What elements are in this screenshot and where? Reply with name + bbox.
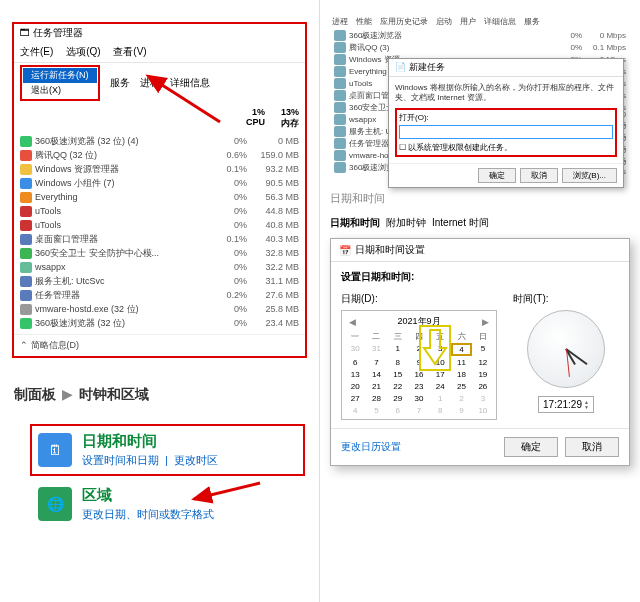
admin-checkbox[interactable]: ☐ 以系统管理权限创建此任务。: [399, 142, 613, 153]
time-label: 时间(T):: [513, 292, 549, 306]
calendar-day[interactable]: 5: [473, 343, 493, 356]
table-row[interactable]: wsappx0%32.2 MB: [14, 260, 305, 274]
cancel-button[interactable]: 取消: [565, 437, 619, 457]
menu-file[interactable]: 文件(E): [20, 46, 53, 57]
browse-button[interactable]: 浏览(B)...: [562, 168, 617, 183]
table-row[interactable]: Windows 资源管理器0.1%93.2 MB: [14, 162, 305, 176]
ok-button[interactable]: 确定: [478, 168, 516, 183]
calendar-day[interactable]: 6: [345, 357, 365, 368]
item-sublinks[interactable]: 设置时间和日期|更改时区: [82, 453, 224, 468]
calendar-day[interactable]: 15: [388, 369, 408, 380]
table-row[interactable]: 360极速浏览器 (32 位)0%23.4 MB: [14, 316, 305, 330]
calendar-day[interactable]: 21: [366, 381, 386, 392]
calendar[interactable]: ◀ 2021年9月 ▶ 一二三四五六日303112345678910111213…: [341, 310, 497, 420]
menu-view[interactable]: 查看(V): [113, 46, 146, 57]
table-row[interactable]: 桌面窗口管理器0.1%40.3 MB: [14, 232, 305, 246]
tab[interactable]: 性能: [356, 16, 372, 27]
tab[interactable]: 服务: [524, 16, 540, 27]
calendar-day[interactable]: 8: [430, 405, 450, 416]
calendar-day[interactable]: 27: [345, 393, 365, 404]
calendar-day[interactable]: 10: [430, 357, 450, 368]
table-row[interactable]: Everything0%56.3 MB: [14, 190, 305, 204]
calendar-day[interactable]: 24: [430, 381, 450, 392]
calendar-day[interactable]: 3: [473, 393, 493, 404]
calendar-day[interactable]: 4: [345, 405, 365, 416]
tab[interactable]: 日期和时间: [330, 216, 380, 230]
table-row[interactable]: 任务管理器0.2%27.6 MB: [14, 288, 305, 302]
change-calendar-link[interactable]: 更改日历设置: [341, 440, 401, 454]
time-input[interactable]: 17:21:29 ▲▼: [538, 396, 594, 413]
fewer-details-toggle[interactable]: ⌃ 简略信息(D): [14, 334, 305, 356]
menu-bar[interactable]: 文件(E) 选项(Q) 查看(V): [14, 42, 305, 63]
calendar-day[interactable]: 28: [366, 393, 386, 404]
next-month[interactable]: ▶: [482, 317, 489, 327]
calendar-day[interactable]: 17: [430, 369, 450, 380]
cancel-button[interactable]: 取消: [520, 168, 558, 183]
prev-month[interactable]: ◀: [349, 317, 356, 327]
tab[interactable]: Internet 时间: [432, 216, 489, 230]
time-spinner[interactable]: ▲▼: [584, 400, 589, 410]
table-row[interactable]: uTools0%40.8 MB: [14, 218, 305, 232]
table-row[interactable]: uTools0%44.8 MB: [14, 204, 305, 218]
open-input[interactable]: [399, 125, 613, 139]
calendar-day[interactable]: 4: [451, 343, 471, 356]
calendar-day[interactable]: 1: [430, 393, 450, 404]
calendar-day[interactable]: 30: [345, 343, 365, 356]
menu-run-new-task[interactable]: 运行新任务(N): [23, 68, 97, 83]
tab[interactable]: 应用历史记录: [380, 16, 428, 27]
calendar-day[interactable]: 30: [409, 393, 429, 404]
calendar-day[interactable]: 25: [451, 381, 471, 392]
datetime-tabs[interactable]: 日期和时间附加时钟Internet 时间: [320, 212, 640, 234]
date-time-item[interactable]: 🗓 日期和时间 设置时间和日期|更改时区: [30, 424, 305, 476]
open-label: 打开(O):: [399, 112, 613, 123]
tab[interactable]: 启动: [436, 16, 452, 27]
calendar-day[interactable]: 10: [473, 405, 493, 416]
table-row[interactable]: Windows 小组件 (7)0%90.5 MB: [14, 176, 305, 190]
calendar-day[interactable]: 2: [409, 343, 429, 356]
calendar-day[interactable]: 14: [366, 369, 386, 380]
calendar-day[interactable]: 7: [366, 357, 386, 368]
tab-details[interactable]: 详细信息: [170, 76, 210, 90]
table-row[interactable]: 360极速浏览器0%0 Mbps: [328, 29, 632, 41]
calendar-day[interactable]: 19: [473, 369, 493, 380]
calendar-day[interactable]: 13: [345, 369, 365, 380]
calendar-day[interactable]: 29: [388, 393, 408, 404]
ok-button[interactable]: 确定: [504, 437, 558, 457]
calendar-day[interactable]: 26: [473, 381, 493, 392]
calendar-day[interactable]: 16: [409, 369, 429, 380]
calendar-day[interactable]: 7: [409, 405, 429, 416]
calendar-day[interactable]: 6: [388, 405, 408, 416]
table-row[interactable]: vmware-hostd.exe (32 位)0%25.8 MB: [14, 302, 305, 316]
tab-services[interactable]: 服务: [110, 76, 130, 90]
calendar-day[interactable]: 31: [366, 343, 386, 356]
tab[interactable]: 用户: [460, 16, 476, 27]
calendar-day[interactable]: 18: [451, 369, 471, 380]
calendar-day[interactable]: 3: [430, 343, 450, 356]
calendar-day[interactable]: 1: [388, 343, 408, 356]
tab-processes[interactable]: 进程: [140, 76, 160, 90]
table-row[interactable]: 360安全卫士 安全防护中心模...0%32.8 MB: [14, 246, 305, 260]
calendar-day[interactable]: 23: [409, 381, 429, 392]
calendar-day[interactable]: 12: [473, 357, 493, 368]
tabs[interactable]: 进程性能应用历史记录启动用户详细信息服务: [328, 14, 632, 29]
menu-exit[interactable]: 退出(X): [23, 83, 97, 98]
calendar-day[interactable]: 5: [366, 405, 386, 416]
item-sublinks[interactable]: 更改日期、时间或数字格式: [82, 507, 220, 522]
calendar-day[interactable]: 20: [345, 381, 365, 392]
calendar-day[interactable]: 11: [451, 357, 471, 368]
table-row[interactable]: 服务主机: UtcSvc0%31.1 MB: [14, 274, 305, 288]
calendar-day[interactable]: 2: [451, 393, 471, 404]
table-row[interactable]: 腾讯QQ (3)0%0.1 Mbps: [328, 41, 632, 53]
calendar-day[interactable]: 9: [451, 405, 471, 416]
tab[interactable]: 详细信息: [484, 16, 516, 27]
calendar-month: 2021年9月: [397, 315, 440, 328]
calendar-day[interactable]: 8: [388, 357, 408, 368]
calendar-day[interactable]: 22: [388, 381, 408, 392]
calendar-day[interactable]: 9: [409, 357, 429, 368]
tab[interactable]: 附加时钟: [386, 216, 426, 230]
table-row[interactable]: 腾讯QQ (32 位)0.6%159.0 MB: [14, 148, 305, 162]
region-item[interactable]: 🌐 区域 更改日期、时间或数字格式: [30, 478, 305, 530]
menu-options[interactable]: 选项(Q): [66, 46, 100, 57]
table-row[interactable]: 360极速浏览器 (32 位) (4)0%0 MB: [14, 134, 305, 148]
tab[interactable]: 进程: [332, 16, 348, 27]
